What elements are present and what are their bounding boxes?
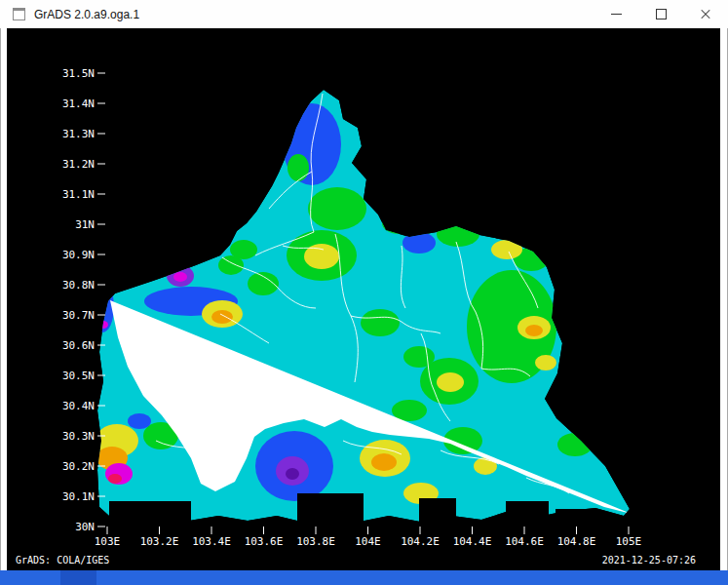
x-axis-label: 104.6E <box>505 535 544 548</box>
y-axis-label: 30.1N <box>62 490 95 503</box>
x-axis-label: 103.8E <box>296 535 335 548</box>
contour-blob <box>403 346 435 368</box>
x-axis-label: 104.4E <box>453 535 492 548</box>
contour-blob <box>286 468 299 480</box>
x-axis-label: 104.2E <box>401 535 440 548</box>
contour-blob <box>287 154 309 181</box>
x-axis-label: 104.8E <box>557 535 596 548</box>
contour-blob <box>173 272 187 282</box>
timestamp-text: 2021-12-25-07:26 <box>602 555 696 566</box>
y-axis-label: 30.7N <box>62 309 95 322</box>
contour-blob <box>437 372 464 392</box>
y-axis-label: 31.2N <box>62 158 95 171</box>
y-axis-label: 30.5N <box>62 370 95 382</box>
plot-svg: 31.5N 31.4N 31.3N 31.2N 31.1N 31N 30.9N … <box>7 28 720 570</box>
contour-blob <box>308 187 366 230</box>
y-axis-label: 30N <box>75 521 95 533</box>
y-axis-label: 31.5N <box>62 67 95 80</box>
y-axis-label: 30.8N <box>62 279 95 292</box>
contour-blob <box>108 474 122 484</box>
y-axis-label: 31.1N <box>62 188 95 201</box>
minimize-button[interactable] <box>594 0 638 28</box>
x-axis-label: 103.6E <box>245 535 284 548</box>
y-axis-label: 30.2N <box>62 460 95 473</box>
y-axis-label: 30.3N <box>62 430 95 443</box>
title-bar: GrADS 2.0.a9.oga.1 <box>0 0 728 28</box>
y-axis-label: 31.3N <box>62 128 95 140</box>
below-scale-bar <box>297 493 364 526</box>
close-button[interactable] <box>683 0 728 28</box>
window-title: GrADS 2.0.a9.oga.1 <box>34 8 139 21</box>
minimize-icon <box>611 14 622 15</box>
contour-blob <box>525 325 543 336</box>
contour-blob <box>218 255 244 275</box>
y-axis-label: 30.9N <box>62 249 95 261</box>
y-axis-label: 30.4N <box>62 400 95 412</box>
window-controls <box>594 0 728 28</box>
taskbar[interactable] <box>0 570 728 585</box>
grads-canvas: 31.5N 31.4N 31.3N 31.2N 31.1N 31N 30.9N … <box>7 28 720 570</box>
app-icon <box>13 8 25 20</box>
contour-blob <box>535 355 556 370</box>
below-scale-bar <box>109 501 191 526</box>
maximize-icon <box>656 9 667 20</box>
below-scale-bar <box>506 501 549 526</box>
x-axis-label: 105E <box>616 535 642 548</box>
x-axis-label: 103.2E <box>140 535 179 548</box>
x-axis-label: 104E <box>355 535 381 548</box>
grads-credit-text: GrADS: COLA/IGES <box>16 555 109 566</box>
y-axis-label: 30.6N <box>62 339 95 352</box>
contour-blob <box>371 453 397 471</box>
close-icon <box>700 9 711 20</box>
x-axis-label: 103.4E <box>192 535 231 548</box>
maximize-button[interactable] <box>638 0 683 28</box>
grads-window: GrADS 2.0.a9.oga.1 <box>0 0 728 585</box>
taskbar-app-button[interactable] <box>60 570 96 585</box>
contour-blob <box>361 309 400 336</box>
contour-blob <box>128 413 151 429</box>
x-axis-label: 103E <box>95 535 121 548</box>
contour-blob <box>211 310 233 324</box>
y-axis-label: 31.4N <box>62 98 95 110</box>
below-scale-bar <box>556 509 589 526</box>
y-axis-label: 31N <box>75 218 95 231</box>
below-scale-bar <box>419 498 456 526</box>
